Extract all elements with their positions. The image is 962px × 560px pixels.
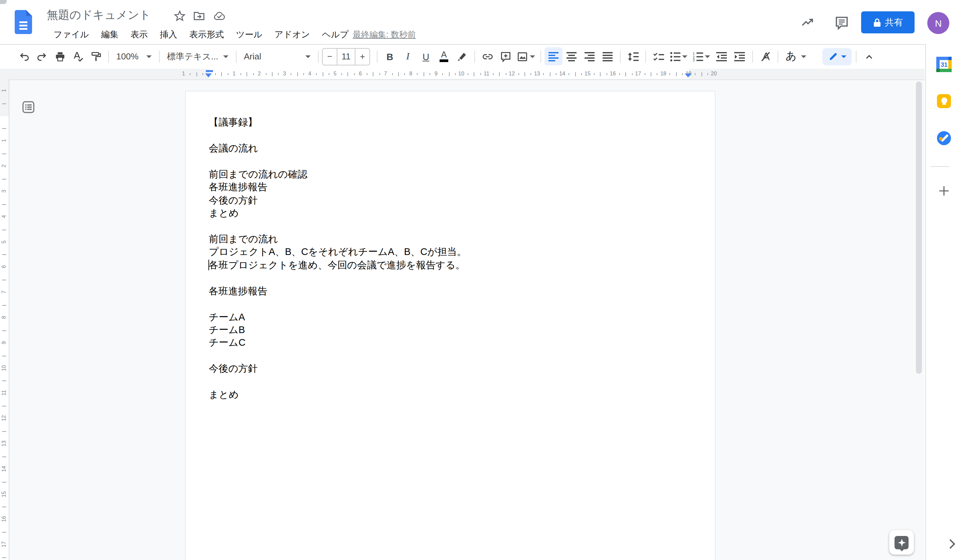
doc-line-19[interactable]: 今後の方針 <box>209 363 466 376</box>
doc-line-5[interactable]: 各班進捗報告 <box>209 181 466 194</box>
paragraph-style-select[interactable]: 標準テキス... <box>163 48 232 65</box>
italic-button[interactable]: I <box>399 47 417 65</box>
decrease-font-size-button[interactable]: − <box>323 48 337 64</box>
increase-font-size-button[interactable]: + <box>355 48 370 64</box>
checklist-button[interactable] <box>649 47 667 65</box>
move-folder-icon[interactable] <box>193 10 205 22</box>
document-canvas[interactable]: 【議事録】 会議の流れ 前回までの流れの確認各班進捗報告今後の方針まとめ 前回ま… <box>0 79 925 560</box>
undo-button[interactable] <box>15 47 33 65</box>
svg-text:3: 3 <box>693 58 695 61</box>
side-panel: 31 <box>925 44 962 560</box>
menu-item-1[interactable]: 編集 <box>95 28 124 41</box>
insert-link-button[interactable] <box>478 47 496 65</box>
align-center-button[interactable] <box>563 47 581 65</box>
doc-line-9[interactable]: 前回までの流れ <box>209 233 466 246</box>
menu-item-7[interactable]: ヘルプ <box>316 28 355 41</box>
align-right-button[interactable] <box>581 47 599 65</box>
add-addon-icon[interactable] <box>938 184 951 198</box>
font-size-input[interactable]: 11 <box>337 48 355 64</box>
left-indent-marker[interactable] <box>205 73 212 77</box>
spellcheck-button[interactable] <box>69 47 87 65</box>
menu-item-4[interactable]: 表示形式 <box>183 28 230 41</box>
text-color-button[interactable]: A <box>435 47 453 65</box>
font-select[interactable]: Arial <box>240 48 315 65</box>
vertical-scrollbar-thumb[interactable] <box>916 81 922 374</box>
justify-button[interactable] <box>599 47 617 65</box>
last-edit-link[interactable]: 最終編集: 数秒前 <box>353 29 416 41</box>
doc-line-3[interactable] <box>209 155 466 168</box>
comments-icon[interactable] <box>834 15 849 30</box>
line-spacing-button[interactable] <box>624 47 642 65</box>
doc-line-1[interactable] <box>209 129 466 142</box>
google-docs-app: 無題のドキュメント ファイル編集表示挿入表示形式ツールアドオンヘルプ 最終編集:… <box>0 0 962 560</box>
h-ruler-tick <box>354 73 355 75</box>
numbered-list-button[interactable]: 123 <box>690 47 713 65</box>
star-icon[interactable] <box>174 10 186 22</box>
doc-line-10[interactable]: プロジェクトA、B、CをそれぞれチームA、B、Cが担当。 <box>209 246 466 259</box>
v-ruler-tick <box>2 179 6 180</box>
increase-indent-button[interactable] <box>731 47 749 65</box>
align-left-button[interactable] <box>544 47 563 65</box>
explore-button[interactable] <box>889 530 914 555</box>
bold-button[interactable]: B <box>381 47 399 65</box>
doc-line-16[interactable]: チームB <box>209 324 466 337</box>
doc-line-18[interactable] <box>209 350 466 363</box>
paint-format-button[interactable] <box>87 47 105 65</box>
first-line-indent-marker[interactable] <box>205 70 213 72</box>
menu-item-5[interactable]: ツール <box>230 28 268 41</box>
show-outline-button[interactable] <box>22 101 35 113</box>
collapse-toolbar-button[interactable] <box>860 47 878 65</box>
doc-line-14[interactable] <box>209 298 466 311</box>
print-button[interactable] <box>51 47 69 65</box>
h-ruler-tick <box>348 72 349 76</box>
account-avatar[interactable]: N <box>927 12 949 34</box>
doc-line-7[interactable]: まとめ <box>209 207 466 220</box>
doc-line-2[interactable]: 会議の流れ <box>209 142 466 155</box>
doc-line-11[interactable]: 各班プロジェクトを進め、今回の会議で進捗を報告する。 <box>209 259 466 272</box>
zoom-select[interactable]: 100% <box>112 48 156 65</box>
google-calendar-icon[interactable]: 31 <box>937 57 952 72</box>
menu-item-3[interactable]: 挿入 <box>153 28 183 41</box>
doc-line-4[interactable]: 前回までの流れの確認 <box>209 168 466 181</box>
doc-line-13[interactable]: 各班進捗報告 <box>209 285 466 298</box>
google-keep-icon[interactable] <box>937 94 951 108</box>
doc-line-21[interactable]: まとめ <box>209 388 466 401</box>
highlight-color-button[interactable] <box>453 47 471 65</box>
bulleted-list-button[interactable] <box>667 47 690 65</box>
share-button[interactable]: 共有 <box>861 11 915 33</box>
document-stats-icon[interactable] <box>800 15 815 30</box>
google-tasks-icon[interactable] <box>937 131 952 145</box>
underline-button[interactable]: U <box>417 47 435 65</box>
document-page[interactable]: 【議事録】 会議の流れ 前回までの流れの確認各班進捗報告今後の方針まとめ 前回ま… <box>185 90 715 560</box>
menu-item-2[interactable]: 表示 <box>124 28 153 41</box>
vertical-ruler[interactable]: 11234567891011121314151617 <box>0 79 9 560</box>
doc-line-15[interactable]: チームA <box>209 311 466 324</box>
window-corner-tab <box>0 0 7 4</box>
h-ruler-tick <box>695 73 696 75</box>
document-text[interactable]: 【議事録】 会議の流れ 前回までの流れの確認各班進捗報告今後の方針まとめ 前回ま… <box>209 116 466 401</box>
insert-image-button[interactable] <box>515 47 537 65</box>
decrease-indent-button[interactable] <box>713 47 731 65</box>
doc-line-6[interactable]: 今後の方針 <box>209 194 466 207</box>
horizontal-ruler[interactable]: 11234567891011121314151617181920 <box>0 69 925 80</box>
doc-line-8[interactable] <box>209 220 466 233</box>
h-ruler-tick <box>430 73 431 75</box>
menu-item-6[interactable]: アドオン <box>269 28 316 41</box>
menu-item-0[interactable]: ファイル <box>47 28 95 41</box>
doc-line-0[interactable]: 【議事録】 <box>209 116 466 129</box>
document-title[interactable]: 無題のドキュメント <box>47 7 151 23</box>
clear-formatting-button[interactable] <box>756 47 774 65</box>
doc-line-12[interactable] <box>209 272 466 285</box>
expand-panel-chevron[interactable] <box>944 537 959 551</box>
redo-button[interactable] <box>33 47 51 65</box>
h-ruler-number: 6 <box>354 71 367 77</box>
right-indent-marker[interactable] <box>685 73 691 77</box>
separator <box>318 50 319 63</box>
doc-line-20[interactable] <box>209 376 466 389</box>
input-tools-button[interactable]: あ <box>786 49 807 63</box>
google-docs-logo-icon[interactable] <box>15 10 32 34</box>
doc-line-17[interactable]: チームC <box>209 337 466 350</box>
cloud-saved-icon[interactable] <box>213 10 225 22</box>
editing-mode-button[interactable] <box>823 48 852 65</box>
add-comment-button[interactable] <box>496 47 515 65</box>
